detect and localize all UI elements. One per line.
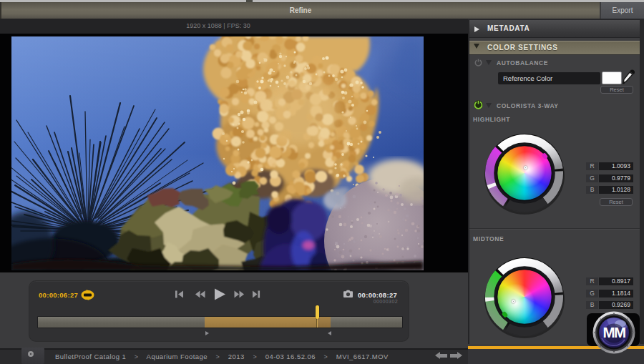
svg-text:MM: MM [602, 324, 625, 340]
